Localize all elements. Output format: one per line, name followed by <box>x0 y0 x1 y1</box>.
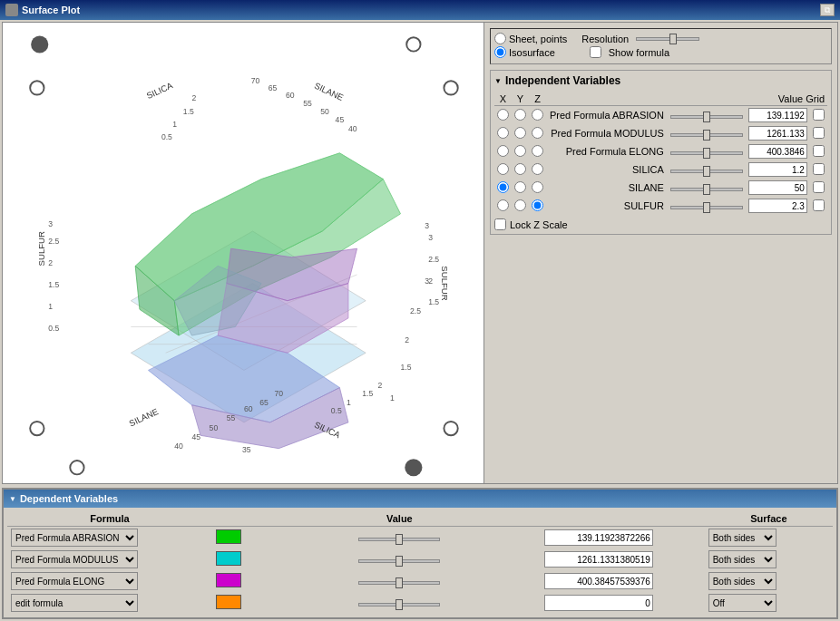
indep-z-radio-1[interactable] <box>532 127 543 139</box>
indep-x-radio-1[interactable] <box>497 127 509 139</box>
svg-text:50: 50 <box>210 423 219 432</box>
svg-text:1.5: 1.5 <box>428 298 439 307</box>
dep-color-0[interactable] <box>216 529 241 544</box>
indep-y-radio-2[interactable] <box>514 145 526 157</box>
dep-slider-0[interactable] <box>358 538 440 541</box>
window-icon <box>5 4 18 16</box>
indep-value-input-3[interactable] <box>748 162 807 177</box>
svg-text:60: 60 <box>244 404 253 413</box>
indep-section-title: Independent Variables <box>505 74 620 87</box>
dep-col-formula: Formula <box>7 511 212 527</box>
lock-z-scale-checkbox[interactable] <box>494 218 506 230</box>
svg-text:3: 3 <box>425 277 429 286</box>
dep-value-input-0[interactable] <box>544 529 653 546</box>
axis-label-sulfur-right: SULFUR <box>440 266 450 300</box>
dep-formula-select-1[interactable]: Pred Formula MODULUS <box>11 550 138 568</box>
svg-text:1.5: 1.5 <box>362 389 373 398</box>
dep-collapse-arrow[interactable]: ▼ <box>9 495 16 503</box>
indep-grid-checkbox-1[interactable] <box>813 127 825 139</box>
dep-formula-select-2[interactable]: Pred Formula ELONG <box>11 572 138 590</box>
dep-formula-select-3[interactable]: edit formula <box>11 594 138 612</box>
col-header-z: Z <box>529 92 546 106</box>
dep-slider-1[interactable] <box>358 559 440 563</box>
svg-text:2.5: 2.5 <box>48 237 59 246</box>
resolution-slider[interactable] <box>636 37 699 41</box>
dep-row-0: Pred Formula ABRASIONBoth sidesOne sideO… <box>7 527 833 549</box>
dep-row-1: Pred Formula MODULUSBoth sidesOne sideOf… <box>7 548 833 570</box>
indep-value-input-0[interactable] <box>748 108 807 122</box>
show-formula-checkbox[interactable] <box>590 46 601 58</box>
indep-slider-0[interactable] <box>670 115 743 119</box>
window-title: Surface Plot <box>22 5 80 15</box>
svg-text:45: 45 <box>336 115 345 124</box>
indep-grid-checkbox-3[interactable] <box>813 163 825 175</box>
indep-x-radio-2[interactable] <box>497 145 509 157</box>
indep-z-radio-3[interactable] <box>532 163 543 175</box>
indep-x-radio-5[interactable] <box>497 199 509 211</box>
dep-slider-2[interactable] <box>358 581 440 585</box>
indep-row-1: Pred Formula MODULUS <box>494 124 827 142</box>
sheet-points-radio[interactable] <box>494 33 506 44</box>
svg-text:40: 40 <box>174 441 183 451</box>
col-header-x: X <box>494 92 512 106</box>
dep-color-2[interactable] <box>216 573 241 587</box>
dep-surface-select-0[interactable]: Both sidesOne sideOff <box>708 529 777 547</box>
indep-row-0: Pred Formula ABRASION <box>494 106 827 125</box>
indep-grid-checkbox-0[interactable] <box>813 109 825 121</box>
indep-y-radio-5[interactable] <box>514 199 526 211</box>
dep-row-2: Pred Formula ELONGBoth sidesOne sideOff <box>7 570 833 592</box>
indep-z-radio-4[interactable] <box>532 181 543 193</box>
svg-text:2: 2 <box>191 93 196 102</box>
sheet-points-radio-label[interactable]: Sheet, points <box>494 33 567 44</box>
indep-y-radio-0[interactable] <box>514 109 526 121</box>
dep-slider-3[interactable] <box>358 603 440 606</box>
indep-grid-checkbox-5[interactable] <box>813 199 825 211</box>
dep-formula-select-0[interactable]: Pred Formula ABRASION <box>11 529 138 547</box>
svg-text:55: 55 <box>227 413 236 422</box>
indep-x-radio-0[interactable] <box>497 109 509 121</box>
indep-slider-1[interactable] <box>670 133 743 137</box>
indep-z-radio-5[interactable] <box>532 199 543 211</box>
indep-slider-4[interactable] <box>670 188 743 191</box>
title-bar: Surface Plot ⧉ <box>0 0 840 20</box>
indep-slider-5[interactable] <box>670 206 743 209</box>
dep-value-input-3[interactable] <box>544 595 653 611</box>
isosurface-radio-label[interactable]: Isosurface <box>494 46 555 58</box>
indep-x-radio-3[interactable] <box>497 163 509 175</box>
independent-variables-section: ▼ Independent Variables X Y Z Value Grid <box>490 70 832 235</box>
svg-text:3: 3 <box>425 221 429 230</box>
indep-collapse-arrow[interactable]: ▼ <box>494 77 502 85</box>
axis-label-sulfur-left: SULFUR <box>36 231 46 266</box>
indep-row-2: Pred Formula ELONG <box>494 142 827 160</box>
dep-row-3: edit formulaBoth sidesOne sideOff <box>7 592 833 614</box>
dep-value-input-1[interactable] <box>544 551 653 568</box>
right-controls-panel: Sheet, points Resolution Isosurface Show… <box>483 23 837 483</box>
indep-y-radio-1[interactable] <box>514 127 526 139</box>
dep-color-3[interactable] <box>216 595 241 609</box>
dep-color-1[interactable] <box>216 551 241 566</box>
indep-value-input-1[interactable] <box>748 126 807 141</box>
indep-slider-3[interactable] <box>670 170 743 173</box>
restore-button[interactable]: ⧉ <box>820 4 835 16</box>
dep-surface-select-1[interactable]: Both sidesOne sideOff <box>708 550 777 568</box>
indep-x-radio-4[interactable] <box>497 181 509 193</box>
indep-grid-checkbox-4[interactable] <box>813 181 825 193</box>
isosurface-radio[interactable] <box>494 46 506 58</box>
indep-y-radio-3[interactable] <box>514 163 526 175</box>
indep-grid-checkbox-2[interactable] <box>813 145 825 157</box>
svg-point-7 <box>405 459 422 476</box>
dep-surface-select-2[interactable]: Both sidesOne sideOff <box>708 572 777 590</box>
indep-z-radio-2[interactable] <box>532 145 543 157</box>
dep-value-input-2[interactable] <box>544 573 653 589</box>
indep-value-input-4[interactable] <box>748 180 807 195</box>
svg-text:2: 2 <box>378 381 383 390</box>
indep-value-input-5[interactable] <box>748 199 807 213</box>
indep-y-radio-4[interactable] <box>514 181 526 193</box>
svg-text:2.5: 2.5 <box>410 306 421 315</box>
indep-value-input-2[interactable] <box>748 144 807 159</box>
dep-surface-select-3[interactable]: Both sidesOne sideOff <box>708 594 777 612</box>
svg-text:50: 50 <box>320 107 329 116</box>
indep-slider-2[interactable] <box>670 151 743 155</box>
indep-z-radio-0[interactable] <box>532 109 543 121</box>
indep-row-4: SILANE <box>494 179 827 197</box>
